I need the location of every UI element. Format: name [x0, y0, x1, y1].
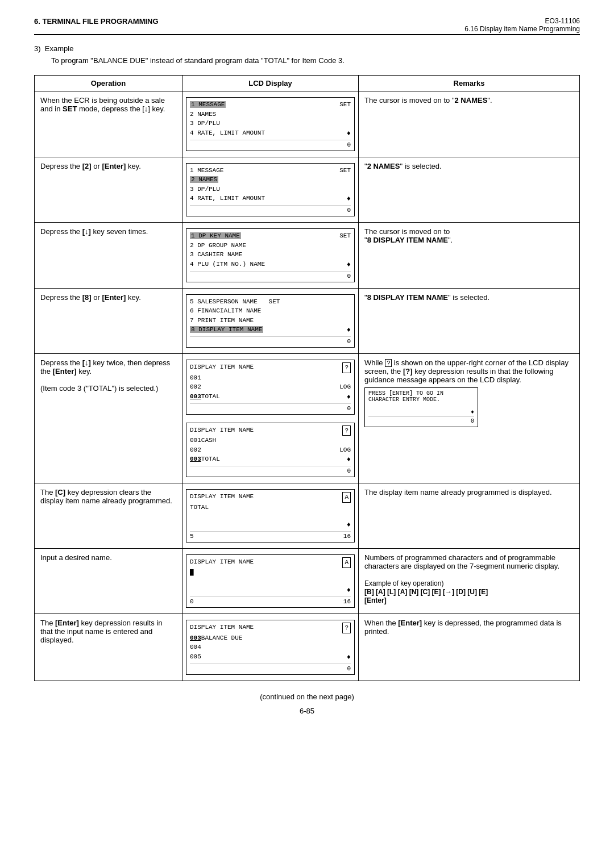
col-lcd: LCD Display: [182, 76, 359, 91]
col-remarks: Remarks: [359, 76, 580, 91]
op-cell-7: Input a desired name.: [35, 549, 182, 614]
header-divider: [34, 34, 580, 35]
lcd-cell-1: 1 MESSAGE SET 2 NAMES 3 DP/PLU 4 RATE, L…: [182, 91, 359, 157]
lcd-cell-5: DISPLAY ITEM NAME ? 001 002LOG 003TOTAL …: [182, 354, 359, 483]
remark-cell-7: Numbers of programmed characters and of …: [359, 549, 580, 614]
lcd-cell-8: DISPLAY ITEM NAME ? 003BALANCE DUE 004 0…: [182, 614, 359, 681]
remark-cell-8: When the [Enter] key is depressed, the p…: [359, 614, 580, 681]
col-operation: Operation: [35, 76, 182, 91]
table-row: Depress the [2] or [Enter] key. 1 MESSAG…: [35, 157, 580, 223]
lcd-cell-3: 1 DP KEY NAME SET 2 DP GROUP NAME 3 CASH…: [182, 223, 359, 289]
table-row: Depress the [8] or [Enter] key. 5 SALESP…: [35, 288, 580, 354]
table-header-row: Operation LCD Display Remarks: [35, 76, 580, 91]
remark-cell-5: While ? is shown on the upper-right corn…: [359, 354, 580, 483]
lcd-cell-4: 5 SALESPERSON NAME SET 6 FINANCIALITM NA…: [182, 288, 359, 354]
lcd-cell-2: 1 MESSAGE SET 2 NAMES 3 DP/PLU 4 RATE, L…: [182, 157, 359, 223]
section-title: 6.16 Display item Name Programming: [464, 25, 580, 33]
table-row: Input a desired name. DISPLAY ITEM NAME …: [35, 549, 580, 614]
op-cell-1: When the ECR is being outside a sale and…: [35, 91, 182, 157]
remark-cell-1: The cursor is moved on to "2 NAMES".: [359, 91, 580, 157]
table-row: Depress the [↓] key seven times. 1 DP KE…: [35, 223, 580, 289]
lcd-cell-6: DISPLAY ITEM NAME A TOTAL ♦ 516: [182, 483, 359, 549]
doc-number: EO3-11106: [464, 17, 580, 25]
table-row: The [C] key depression clears the displa…: [35, 483, 580, 549]
op-cell-8: The [Enter] key depression results in th…: [35, 614, 182, 681]
continued-text: (continued on the next page): [34, 692, 580, 701]
table-row: Depress the [↓] key twice, then depress …: [35, 354, 580, 483]
table-row: The [Enter] key depression results in th…: [35, 614, 580, 681]
remark-cell-3: The cursor is moved on to"8 DISPLAY ITEM…: [359, 223, 580, 289]
op-cell-2: Depress the [2] or [Enter] key.: [35, 157, 182, 223]
section-number: 3) Example: [34, 44, 580, 53]
op-cell-4: Depress the [8] or [Enter] key.: [35, 288, 182, 354]
remark-cell-4: "8 DISPLAY ITEM NAME" is selected.: [359, 288, 580, 354]
table-row: When the ECR is being outside a sale and…: [35, 91, 580, 157]
lcd-cell-7: DISPLAY ITEM NAME A █ ♦ 016: [182, 549, 359, 614]
op-cell-6: The [C] key depression clears the displa…: [35, 483, 182, 549]
main-table: Operation LCD Display Remarks When the E…: [34, 75, 580, 681]
chapter-title: 6. TERMINAL FILE PROGRAMMING: [34, 17, 159, 26]
footer: (continued on the next page) 6-85: [34, 692, 580, 715]
remark-cell-2: "2 NAMES" is selected.: [359, 157, 580, 223]
intro-text: To program "BALANCE DUE" instead of stan…: [34, 56, 580, 65]
remark-cell-6: The display item name already programmed…: [359, 483, 580, 549]
page-header: 6. TERMINAL FILE PROGRAMMING EO3-11106 6…: [34, 17, 580, 33]
op-cell-3: Depress the [↓] key seven times.: [35, 223, 182, 289]
op-cell-5: Depress the [↓] key twice, then depress …: [35, 354, 182, 483]
guidance-box: PRESS [ENTER] TO GO IN CHARACTER ENTRY M…: [364, 387, 478, 427]
page-number: 6-85: [34, 707, 580, 715]
